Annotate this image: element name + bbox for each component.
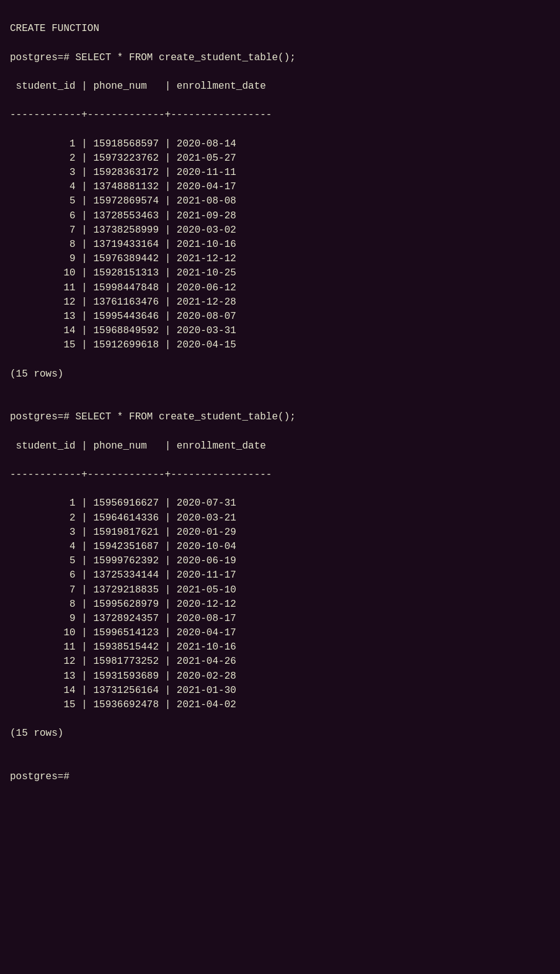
table1-rows: 1 | 15918568597 | 2020-08-14 2 | 1597322… (10, 138, 236, 351)
rows2-count: (15 rows) (10, 728, 63, 739)
header-line: CREATE FUNCTION (10, 23, 99, 34)
prompt-end: postgres=# (10, 771, 69, 782)
col-header2: student_id | phone_num | enrollment_date (10, 440, 266, 452)
col-header1: student_id | phone_num | enrollment_date (10, 81, 266, 92)
query2-line: postgres=# SELECT * FROM create_student_… (10, 411, 296, 422)
query1-line: postgres=# SELECT * FROM create_student_… (10, 52, 296, 63)
col-divider2: ------------+-------------+-------------… (10, 469, 272, 480)
col-divider1: ------------+-------------+-------------… (10, 109, 272, 120)
terminal: CREATE FUNCTION postgres=# SELECT * FROM… (10, 7, 550, 798)
rows1-count: (15 rows) (10, 369, 63, 380)
table2-rows: 1 | 15956916627 | 2020-07-31 2 | 1596461… (10, 498, 236, 710)
